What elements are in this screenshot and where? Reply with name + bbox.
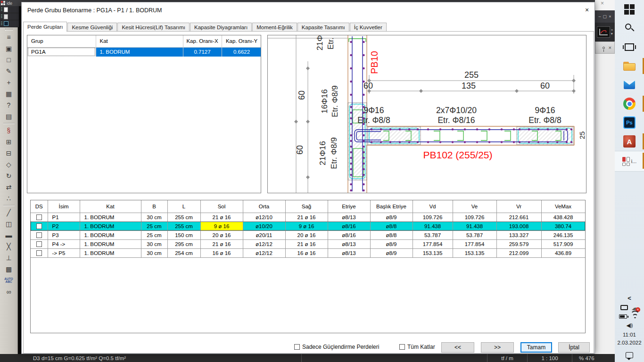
edit-object-icon[interactable]: ✎	[3, 66, 15, 77]
minimize-icon[interactable]: –	[599, 14, 601, 19]
new-file-icon[interactable]	[4, 14, 8, 19]
tray-expand-icon[interactable]: <	[627, 295, 631, 302]
idecad-button[interactable]: i...	[615, 151, 644, 172]
paste-icon[interactable]: ⊟	[3, 148, 15, 159]
battery-icon[interactable]	[619, 314, 627, 319]
photoshop-button[interactable]: Ps	[615, 113, 644, 132]
col-kap-y[interactable]: Kap. Oranı-Y	[222, 35, 261, 47]
beam-icon[interactable]: ▬	[3, 230, 15, 241]
column-header[interactable]: B	[141, 200, 167, 213]
copy-icon[interactable]: ⊞	[3, 136, 15, 148]
column-header[interactable]: Orta	[243, 200, 285, 213]
tab-kapasite-diyagramlari[interactable]: Kapasite Diyagramları	[190, 23, 252, 32]
table-row[interactable]: P21. BODRUM25 cm255 cm9 ø 16ø10/209 ø 16…	[31, 222, 585, 230]
table-row[interactable]: P31. BODRUM25 cm150 cm20 ø 16ø20/1120 ø …	[31, 230, 585, 239]
column-header[interactable]: L	[167, 200, 200, 213]
table-row[interactable]: -> P51. BODRUM30 cm254 cm16 ø 16ø12/1216…	[31, 248, 585, 257]
toolbar-grip[interactable]	[1, 22, 2, 26]
add-node-icon[interactable]: +	[3, 77, 15, 88]
draw-line-icon[interactable]: ╱	[3, 207, 15, 218]
table-row[interactable]: P11. BODRUM30 cm255 cm21 ø 16ø12/1021 ø …	[31, 213, 585, 222]
toolbar-grip[interactable]	[1, 15, 2, 19]
column-header[interactable]: Vr	[496, 200, 541, 213]
pin-icon[interactable]	[603, 47, 605, 49]
section-view-icon[interactable]: ◫	[3, 218, 15, 230]
select-window-icon[interactable]: □	[3, 54, 15, 66]
tab-ic-kuvvetler[interactable]: İç Kuvvetler	[350, 23, 387, 32]
mail-button[interactable]	[615, 75, 644, 94]
status-scale[interactable]: 1 : 100	[528, 354, 572, 362]
cell-grup[interactable]: PG1A	[27, 47, 96, 57]
column-header[interactable]: Kat	[80, 200, 141, 213]
wifi-icon[interactable]	[630, 313, 640, 320]
row-checkbox[interactable]	[36, 241, 42, 247]
autocad-button[interactable]: A	[615, 132, 644, 151]
node-tool-icon[interactable]: ⊥	[3, 252, 15, 263]
point-group-icon[interactable]: ∴	[3, 193, 15, 204]
group-row[interactable]: PG1A 1. BODRUM 0.7127 0.6622	[27, 47, 261, 57]
column-header[interactable]: Başlık Etriye	[370, 200, 413, 213]
overflow-icon[interactable]: »▾	[611, 28, 613, 36]
storey-section-icon[interactable]: §	[3, 125, 15, 136]
next-button[interactable]: >>	[481, 342, 514, 353]
column-header[interactable]: Vd	[413, 200, 453, 213]
task-view-button[interactable]	[615, 38, 644, 57]
row-checkbox[interactable]	[36, 250, 42, 256]
action-center-icon[interactable]	[626, 352, 633, 358]
report-icon[interactable]: ▤	[3, 111, 15, 122]
find-icon[interactable]: ∞	[3, 286, 15, 297]
taskbar-clock[interactable]: 11:01 2.03.2022	[617, 331, 641, 347]
properties-list-icon[interactable]: ≡	[3, 32, 15, 43]
ok-button[interactable]: Tamam	[520, 342, 552, 353]
cancel-button[interactable]: İptal	[558, 342, 590, 353]
column-header[interactable]: Ve	[453, 200, 496, 213]
marquee-icon[interactable]: ◇	[3, 159, 15, 170]
tab-kesit-hucresi[interactable]: Kesit Hücresi(Lif) Tasarımı	[117, 23, 190, 32]
table-row[interactable]: P4 ->1. BODRUM30 cm295 cm21 ø 16ø12/1221…	[31, 239, 585, 248]
toolbar-grip[interactable]	[1, 8, 2, 12]
tab-moment-egrilik[interactable]: Moment-Eğrilik	[252, 23, 297, 32]
column-header[interactable]: İsim	[48, 200, 80, 213]
panel-close-icon[interactable]: ×	[609, 45, 611, 50]
column-header[interactable]: Sağ	[285, 200, 328, 213]
status-zoom[interactable]: % 476	[572, 354, 615, 362]
select-objects-icon[interactable]: ▣	[3, 43, 15, 54]
tab-kapasite-tasarimi[interactable]: Kapasite Tasarımı	[297, 23, 349, 32]
strengthen-walls-checkbox[interactable]: Sadece Güçlendirme Perdeleri	[294, 344, 379, 350]
node-link-icon[interactable]	[4, 21, 8, 26]
prev-button[interactable]: <<	[441, 342, 474, 353]
file-explorer-button[interactable]	[615, 57, 644, 75]
col-kat[interactable]: Kat	[96, 35, 183, 47]
query-measure-icon[interactable]: ?	[3, 99, 15, 111]
col-kap-x[interactable]: Kap. Oranı-X	[183, 35, 222, 47]
row-checkbox[interactable]	[36, 214, 42, 220]
table-select-icon[interactable]: ▦	[3, 88, 15, 99]
trim-icon[interactable]: ╳	[3, 241, 15, 252]
column-header[interactable]: DS	[31, 200, 48, 213]
status-unit[interactable]: tf / m	[487, 354, 528, 362]
tab-perde-gruplari[interactable]: Perde Grupları	[23, 22, 67, 32]
materials-icon[interactable]: ▩	[3, 263, 15, 275]
column-header[interactable]: Etriye	[328, 200, 370, 213]
toolbar-grip[interactable]	[5, 29, 13, 31]
floating-close-icon[interactable]: ×	[595, 0, 615, 10]
col-grup[interactable]: Grup	[27, 35, 96, 47]
column-header[interactable]: VeMax	[541, 200, 585, 213]
rotate-icon[interactable]: ↻	[3, 170, 15, 181]
mirror-icon[interactable]: ⇄	[3, 181, 15, 193]
onedrive-icon[interactable]: ☁×	[631, 304, 638, 311]
diagram-tool-icon[interactable]	[597, 26, 610, 38]
display-icon[interactable]	[620, 305, 628, 310]
chrome-button[interactable]	[615, 94, 644, 113]
row-checkbox[interactable]	[36, 223, 42, 229]
search-button[interactable]	[615, 19, 644, 38]
auto-label-icon[interactable]: AUTO ABC	[3, 275, 15, 286]
tab-kesme-guvenligi[interactable]: Kesme Güvenliği	[67, 23, 117, 32]
section-drawing-panel[interactable]: 255 60 135 60 60 60 25 16Φ16 Etr. Φ8/9 2…	[267, 35, 586, 193]
close-icon[interactable]: ×	[609, 14, 611, 19]
start-button[interactable]	[615, 0, 644, 19]
volume-icon[interactable]: ◀))	[627, 322, 633, 329]
column-header[interactable]: Sol	[200, 200, 243, 213]
all-floors-checkbox[interactable]: Tüm Katlar	[399, 344, 435, 350]
maximize-icon[interactable]: ▢	[603, 14, 607, 19]
